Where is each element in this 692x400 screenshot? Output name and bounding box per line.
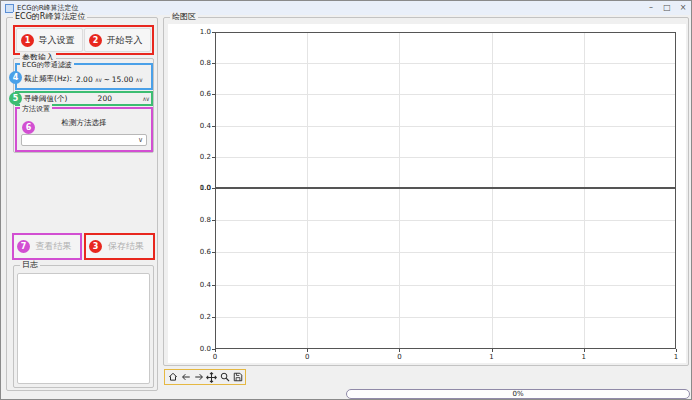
- range-separator: ~: [103, 75, 109, 84]
- minimize-button[interactable]: –: [643, 1, 659, 15]
- x-tick-label: 0: [297, 353, 317, 361]
- app-window: ECG的R峰算法定位 – □ × ECG的R峰算法定位 1 导入设置 2 开始导…: [0, 0, 692, 400]
- bandpass-group-title: ECG的带通滤波: [20, 60, 74, 70]
- import-settings-button[interactable]: 1 导入设置: [16, 28, 83, 52]
- step-badge-6: 6: [22, 121, 35, 134]
- y-tick-label: 0.2: [182, 153, 211, 161]
- y-tick-label: 0.8: [182, 216, 211, 224]
- step-badge-1: 1: [21, 34, 34, 47]
- method-annotation-box: 方法设置 6 检测方法选择 ∨: [15, 107, 153, 152]
- peak-threshold-spinner-icon[interactable]: ∧∨: [142, 95, 149, 102]
- x-tick-label: 0: [205, 353, 225, 361]
- x-tick-label: 0: [389, 353, 409, 361]
- dropdown-chevron-icon: ∨: [138, 136, 143, 144]
- progress-bar: 0%: [346, 389, 690, 399]
- x-tick-label: 1: [666, 353, 686, 361]
- x-tick-mark: [676, 349, 677, 352]
- save-results-annotation-box: 3 保存结果: [84, 233, 155, 260]
- start-import-label: 开始导入: [107, 34, 143, 47]
- threshold-row: 寻峰阈值(个) 200 ∧∨: [24, 93, 149, 104]
- step-badge-3: 3: [89, 240, 102, 253]
- x-tick-label: 1: [482, 353, 502, 361]
- y-tick-label: 0.4: [182, 281, 211, 289]
- y-tick-label: 0.2: [182, 313, 211, 321]
- cutoff-high-spinner-icon[interactable]: ∧∨: [135, 76, 142, 83]
- y-tick-label: 0.6: [182, 90, 211, 98]
- progress-value: 0%: [512, 390, 523, 398]
- cutoff-frequency-label: 截止频率(Hz):: [24, 74, 72, 84]
- cutoff-low-spinner-icon[interactable]: ∧∨: [95, 76, 102, 83]
- x-tick-label: 1: [574, 353, 594, 361]
- bandpass-annotation-box: ECG的带通滤波 4 截止频率(Hz): 2.00 ∧∨ ~ 15.00 ∧∨: [15, 63, 153, 90]
- method-group-title: 方法设置: [20, 104, 52, 114]
- step-badge-5: 5: [9, 92, 22, 105]
- y-tick-label: 1.0: [182, 28, 211, 36]
- y-tick-label: 1.0: [182, 184, 211, 192]
- y-tick-label: 0.8: [182, 59, 211, 67]
- cutoff-high-field[interactable]: 15.00: [112, 75, 133, 84]
- y-tick-label: 0.4: [182, 122, 211, 130]
- log-textarea[interactable]: [17, 273, 150, 384]
- x-tick-mark: [399, 349, 400, 352]
- zoom-icon: [220, 372, 230, 382]
- step-badge-2: 2: [89, 34, 102, 47]
- home-icon: [168, 372, 178, 382]
- method-select-label: 检测方法选择: [62, 118, 107, 128]
- y-tick-label: 0.6: [182, 248, 211, 256]
- log-group-title: 日志: [20, 260, 40, 270]
- view-results-label: 查看结果: [36, 240, 72, 253]
- zoom-button[interactable]: [219, 371, 230, 383]
- method-combobox[interactable]: ∨: [21, 134, 147, 146]
- peak-threshold-field[interactable]: 200: [67, 94, 142, 103]
- x-tick-mark: [492, 349, 493, 352]
- titlebar: ECG的R峰算法定位 – □ ×: [1, 1, 691, 15]
- import-annotation-box: 1 导入设置 2 开始导入: [13, 25, 154, 55]
- back-button[interactable]: [180, 371, 191, 383]
- subplot-border: [215, 32, 676, 188]
- plot-panel-group-title: 绘图区: [170, 12, 198, 22]
- cutoff-low-field[interactable]: 2.00: [76, 75, 93, 84]
- x-tick-mark: [215, 349, 216, 352]
- x-tick-mark: [307, 349, 308, 352]
- window-controls: – □ ×: [643, 1, 691, 15]
- y-tick-label: 0.0: [182, 345, 211, 353]
- maximize-button[interactable]: □: [659, 1, 675, 15]
- forward-icon: [194, 372, 204, 382]
- step-badge-7: 7: [17, 240, 30, 253]
- pan-icon: [206, 372, 217, 383]
- y-tick-mark: [212, 349, 215, 350]
- save-results-button[interactable]: 3 保存结果: [86, 235, 153, 258]
- view-results-button[interactable]: 7 查看结果: [14, 235, 80, 258]
- back-icon: [181, 372, 191, 382]
- import-settings-label: 导入设置: [39, 34, 75, 47]
- bandpass-row: 截止频率(Hz): 2.00 ∧∨ ~ 15.00 ∧∨: [24, 72, 149, 86]
- save-results-label: 保存结果: [108, 240, 144, 253]
- save-button[interactable]: [232, 371, 243, 383]
- home-button[interactable]: [167, 371, 178, 383]
- forward-button[interactable]: [193, 371, 204, 383]
- plot-panel-group: 绘图区 0001110.00.20.40.60.81.00.00.20.40.6…: [163, 17, 689, 366]
- peak-threshold-label: 寻峰阈值(个): [24, 94, 67, 104]
- params-group: 参数输入 ECG的带通滤波 4 截止频率(Hz): 2.00 ∧∨ ~ 15.0…: [13, 58, 154, 153]
- close-button[interactable]: ×: [675, 1, 691, 15]
- pan-button[interactable]: [206, 371, 217, 383]
- log-group: 日志: [13, 265, 154, 388]
- subplot-border: [215, 188, 676, 349]
- plot-toolbar: [164, 369, 246, 385]
- start-import-button[interactable]: 2 开始导入: [84, 28, 151, 52]
- x-tick-mark: [584, 349, 585, 352]
- method-label-row: 检测方法选择: [17, 118, 151, 128]
- step-badge-4: 4: [9, 71, 22, 84]
- plot-canvas[interactable]: 0001110.00.20.40.60.81.00.00.20.40.60.81…: [168, 24, 686, 363]
- left-panel-group-title: ECG的R峰算法定位: [13, 12, 87, 22]
- left-panel-group: ECG的R峰算法定位 1 导入设置 2 开始导入 参数输入 ECG的带通滤波 4…: [6, 17, 158, 391]
- view-results-annotation-box: 7 查看结果: [12, 233, 82, 260]
- save-icon: [233, 372, 243, 382]
